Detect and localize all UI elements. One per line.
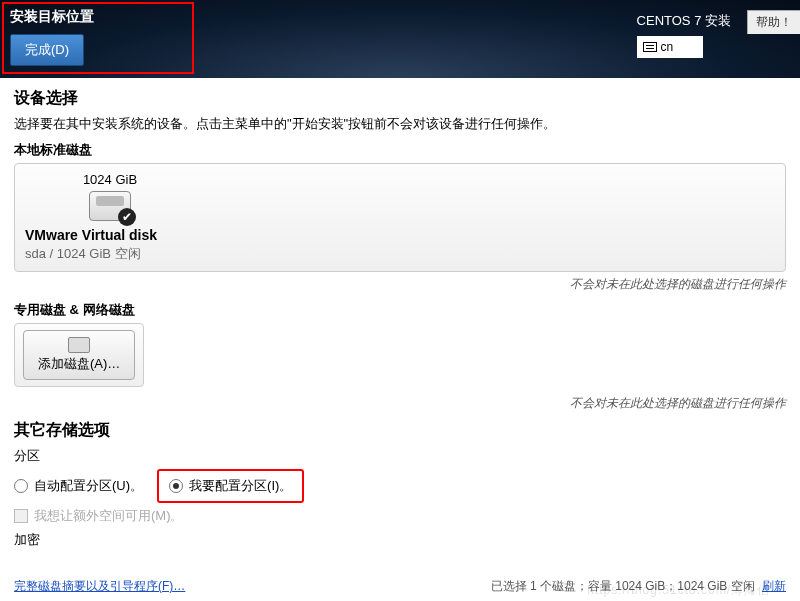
device-select-description: 选择要在其中安装系统的设备。点击主菜单中的"开始安装"按钮前不会对该设备进行任何…: [14, 115, 786, 133]
device-select-heading: 设备选择: [14, 88, 786, 109]
radio-auto-label: 自动配置分区(U)。: [34, 477, 143, 495]
hard-disk-icon: ✔: [89, 191, 131, 221]
disk-item[interactable]: ✔: [25, 191, 195, 221]
partition-options-row: 自动配置分区(U)。 我要配置分区(I)。: [14, 469, 786, 503]
annotation-highlight-partition: 我要配置分区(I)。: [157, 469, 304, 503]
local-disks-group: 1024 GiB ✔ VMware Virtual disk sda / 102…: [14, 163, 786, 272]
radio-icon: [14, 479, 28, 493]
radio-icon-selected: [169, 479, 183, 493]
no-op-note-1: 不会对未在此处选择的磁盘进行任何操作: [14, 276, 786, 293]
checkbox-icon: [14, 509, 28, 523]
no-op-note-2: 不会对未在此处选择的磁盘进行任何操作: [14, 395, 786, 412]
help-label: 帮助！: [756, 14, 792, 31]
keyboard-icon: [643, 42, 657, 52]
done-button[interactable]: 完成(D): [10, 34, 84, 66]
other-storage-heading: 其它存储选项: [14, 420, 786, 441]
add-disk-label: 添加磁盘(A)…: [38, 355, 120, 373]
keyboard-layout-selector[interactable]: cn: [637, 36, 704, 58]
disk-summary-link[interactable]: 完整磁盘摘要以及引导程序(F)…: [14, 578, 185, 595]
header-right: CENTOS 7 安装 cn 帮助！: [637, 10, 800, 58]
installer-title: CENTOS 7 安装: [637, 12, 731, 30]
checkmark-badge-icon: ✔: [118, 208, 136, 226]
content-area: 设备选择 选择要在其中安装系统的设备。点击主菜单中的"开始安装"按钮前不会对该设…: [0, 78, 800, 549]
disk-subtext: sda / 1024 GiB 空闲: [25, 245, 775, 263]
checkbox-extra-space-label: 我想让额外空间可用(M)。: [34, 507, 184, 525]
checkbox-extra-space: 我想让额外空间可用(M)。: [14, 507, 786, 525]
disk-name: VMware Virtual disk: [25, 227, 775, 243]
add-disk-button[interactable]: 添加磁盘(A)…: [23, 330, 135, 380]
local-disks-label: 本地标准磁盘: [14, 141, 786, 159]
refresh-link[interactable]: 刷新: [762, 579, 786, 593]
special-disks-group: 添加磁盘(A)…: [14, 323, 144, 387]
selection-status: 已选择 1 个磁盘；容量 1024 GiB；1024 GiB 空闲 刷新: [491, 578, 786, 595]
help-button[interactable]: 帮助！: [747, 10, 800, 34]
special-disks-label: 专用磁盘 & 网络磁盘: [14, 301, 786, 319]
disk-size: 1024 GiB: [25, 172, 195, 187]
header-right-col: CENTOS 7 安装 cn: [637, 10, 737, 58]
add-disk-icon: [68, 337, 90, 353]
radio-auto-partition[interactable]: 自动配置分区(U)。: [14, 477, 143, 495]
status-text: 已选择 1 个磁盘；容量 1024 GiB；1024 GiB 空闲: [491, 579, 755, 593]
partition-label: 分区: [14, 447, 786, 465]
radio-manual-partition[interactable]: 我要配置分区(I)。: [169, 477, 292, 495]
keyboard-layout-label: cn: [661, 40, 674, 54]
radio-manual-label: 我要配置分区(I)。: [189, 477, 292, 495]
footer-bar: 完整磁盘摘要以及引导程序(F)… 已选择 1 个磁盘；容量 1024 GiB；1…: [0, 578, 800, 595]
installer-header: 安装目标位置 完成(D) CENTOS 7 安装 cn 帮助！: [0, 0, 800, 78]
encrypt-label: 加密: [14, 531, 786, 549]
